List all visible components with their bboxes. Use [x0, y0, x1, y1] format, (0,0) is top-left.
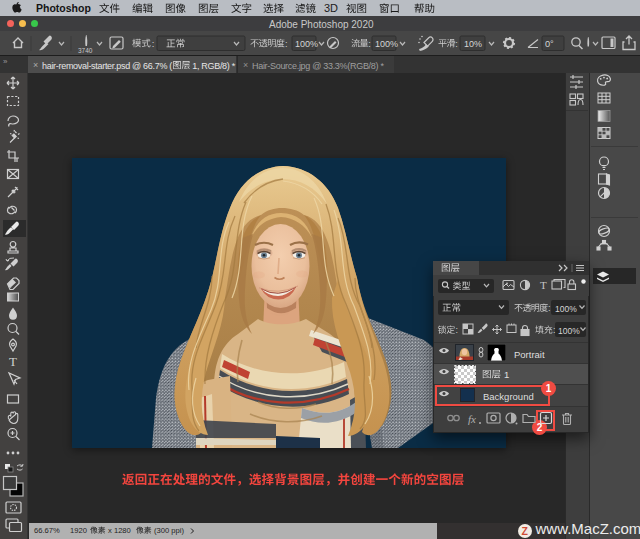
svg-text:10%: 10%	[464, 39, 482, 49]
svg-text::: :	[368, 39, 371, 49]
svg-text::: :	[455, 39, 458, 49]
svg-text::: :	[553, 325, 556, 335]
svg-text:1: 1	[504, 369, 509, 380]
svg-text::: :	[548, 303, 551, 313]
svg-text::: :	[285, 39, 288, 49]
svg-text:fx: fx	[468, 413, 476, 425]
svg-text:1920: 1920	[70, 526, 87, 535]
svg-text::: :	[456, 325, 459, 335]
svg-text:T: T	[9, 354, 17, 369]
svg-text:x 1280: x 1280	[108, 526, 131, 535]
svg-text:Photoshop: Photoshop	[36, 2, 91, 14]
svg-text:3D: 3D	[324, 2, 338, 14]
svg-text:100%: 100%	[375, 39, 398, 49]
svg-text:66.67%: 66.67%	[34, 526, 60, 535]
svg-text:0°: 0°	[545, 39, 554, 49]
svg-text:(300 ppi): (300 ppi)	[154, 526, 184, 535]
svg-text::: :	[152, 38, 155, 49]
svg-text:100%: 100%	[295, 39, 318, 49]
svg-text:T: T	[540, 279, 547, 291]
svg-text:3740: 3740	[78, 47, 93, 54]
